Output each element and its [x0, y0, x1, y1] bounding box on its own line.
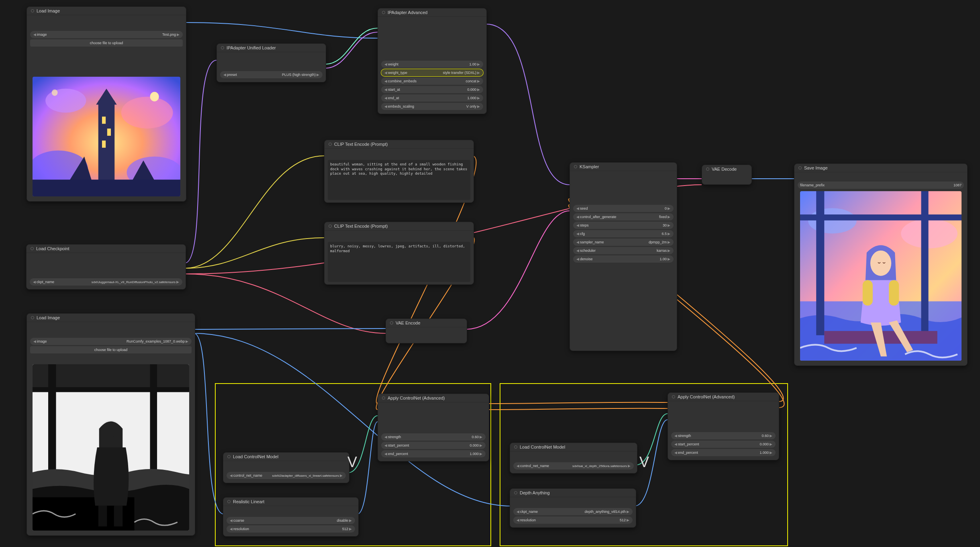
arrow-right-icon[interactable]: ▶ — [476, 104, 481, 108]
widget-strength[interactable]: ◀strength0.60▶ — [671, 432, 776, 439]
widget-embeds-scaling[interactable]: ◀embeds_scalingV only▶ — [381, 103, 483, 110]
node-header[interactable]: Load Checkpoint — [27, 245, 186, 253]
collapse-icon[interactable] — [31, 9, 34, 12]
upload-button[interactable]: choose file to upload — [30, 346, 192, 353]
widget-filename-prefix[interactable]: filename_prefix 1087 — [798, 182, 964, 189]
widget-coarse[interactable]: ◀coarsedisable▶ — [227, 517, 355, 524]
widget-scheduler[interactable]: ◀schedulerkarras▶ — [573, 247, 674, 254]
collapse-icon[interactable] — [221, 46, 224, 49]
arrow-right-icon[interactable]: ▶ — [176, 33, 180, 37]
widget-weight-type[interactable]: ◀weight_typestyle transfer (SDXL)▶ — [381, 69, 483, 76]
widget-end-at[interactable]: ◀end_at1.000▶ — [381, 94, 483, 102]
node-header[interactable]: Load ControlNet Model — [510, 443, 637, 451]
node-clip-positive[interactable]: CLIP Text Encode (Prompt) beautiful woma… — [324, 140, 474, 203]
node-load-image-2[interactable]: Load Image ◀ image RunComfy_examples_108… — [27, 313, 195, 536]
widget-seed[interactable]: ◀seed0▶ — [573, 205, 674, 212]
arrow-right-icon[interactable]: ▶ — [476, 71, 481, 75]
collapse-icon[interactable] — [227, 455, 231, 458]
arrow-left-icon[interactable]: ◀ — [576, 206, 580, 210]
node-header[interactable]: KSampler — [570, 163, 677, 171]
prompt-text[interactable]: blurry, noisy, messy, lowres, jpeg, arti… — [328, 242, 470, 282]
node-header[interactable]: Realistic Lineart — [223, 498, 358, 506]
arrow-right-icon[interactable]: ▶ — [316, 73, 320, 77]
node-load-controlnet-1[interactable]: Load ControlNet Model ◀ control_net_name… — [223, 452, 349, 483]
collapse-icon[interactable] — [227, 500, 231, 503]
collapse-icon[interactable] — [574, 165, 577, 168]
arrow-right-icon[interactable]: ▶ — [769, 442, 773, 446]
collapse-icon[interactable] — [514, 491, 517, 494]
widget-steps[interactable]: ◀steps30▶ — [573, 222, 674, 229]
arrow-right-icon[interactable]: ▶ — [667, 223, 671, 227]
collapse-icon[interactable] — [329, 225, 332, 228]
arrow-left-icon[interactable]: ◀ — [229, 527, 233, 531]
arrow-left-icon[interactable]: ◀ — [576, 215, 580, 219]
node-ipadapter-advanced[interactable]: IPAdapter Advanced ◀weight1.00▶◀weight_t… — [378, 8, 487, 114]
widget-sampler-name[interactable]: ◀sampler_namedpmpp_2m▶ — [573, 239, 674, 246]
widget-weight[interactable]: ◀weight1.00▶ — [381, 61, 483, 68]
arrow-right-icon[interactable]: ▶ — [769, 434, 773, 438]
node-vae-encode[interactable]: VAE Encode — [386, 318, 467, 343]
arrow-left-icon[interactable]: ◀ — [576, 257, 580, 261]
widget-denoise[interactable]: ◀denoise1.00▶ — [573, 255, 674, 263]
arrow-right-icon[interactable]: ▶ — [476, 96, 481, 100]
arrow-right-icon[interactable]: ▶ — [339, 474, 343, 478]
node-load-checkpoint[interactable]: Load Checkpoint ◀ ckpt_name sdxl\Juggern… — [26, 244, 186, 290]
arrow-left-icon[interactable]: ◀ — [384, 62, 388, 66]
arrow-left-icon[interactable]: ◀ — [384, 88, 388, 92]
widget-controlnet-name[interactable]: ◀ control_net_name sdxl\sai_xl_depth_256… — [513, 462, 634, 469]
widget-resolution[interactable]: ◀resolution512▶ — [227, 525, 355, 533]
arrow-left-icon[interactable]: ◀ — [516, 464, 520, 468]
promp的-text[interactable]: beautiful woman, sitting at the end of a… — [328, 160, 470, 200]
node-vae-decode[interactable]: VAE Decode — [702, 165, 752, 185]
arrow-left-icon[interactable]: ◀ — [384, 71, 388, 75]
collapse-icon[interactable] — [672, 395, 675, 398]
upload-button[interactable]: choose file to upload — [30, 39, 183, 47]
node-ksampler[interactable]: KSampler ◀seed0▶◀control_after_generatef… — [570, 162, 677, 351]
widget-image[interactable]: ◀ image RunComfy_examples_1087_0.webp ▶ — [30, 338, 192, 345]
arrow-right-icon[interactable]: ▶ — [185, 339, 189, 343]
arrow-right-icon[interactable]: ▶ — [479, 452, 483, 456]
arrow-right-icon[interactable]: ▶ — [476, 88, 481, 92]
widget-start-percent[interactable]: ◀start_percent0.000▶ — [381, 442, 486, 449]
arrow-right-icon[interactable]: ▶ — [667, 215, 671, 219]
arrow-right-icon[interactable]: ▶ — [479, 435, 483, 439]
node-apply-controlnet-2[interactable]: Apply ControlNet (Advanced) ◀strength0.6… — [668, 392, 779, 460]
node-header[interactable]: Save Image — [794, 164, 967, 172]
widget-combine-embeds[interactable]: ◀combine_embedsconcat▶ — [381, 78, 483, 85]
widget-preset[interactable]: ◀ preset PLUS (high strength) ▶ — [220, 71, 323, 78]
arrow-right-icon[interactable]: ▶ — [667, 240, 671, 244]
arrow-left-icon[interactable]: ◀ — [229, 518, 233, 523]
arrow-right-icon[interactable]: ▶ — [476, 62, 481, 66]
collapse-icon[interactable] — [382, 396, 385, 400]
widget-start-percent[interactable]: ◀start_percent0.000▶ — [671, 441, 776, 448]
arrow-left-icon[interactable]: ◀ — [229, 474, 233, 478]
arrow-right-icon[interactable]: ▶ — [479, 443, 483, 447]
widget-end-percent[interactable]: ◀end_percent1.000▶ — [381, 450, 486, 457]
node-depth-anything[interactable]: Depth Anything ◀ckpt_namedepth_anything_… — [510, 488, 636, 528]
node-clip-negative[interactable]: CLIP Text Encode (Prompt) blurry, noisy,… — [324, 222, 474, 285]
widget-ckpt-name[interactable]: ◀ckpt_namedepth_anything_vitl14.pth▶ — [513, 508, 633, 515]
collapse-icon[interactable] — [798, 166, 802, 169]
arrow-left-icon[interactable]: ◀ — [576, 240, 580, 244]
widget-controlnet-name[interactable]: ◀ control_net_name sdxl\t2iadapter_diffu… — [227, 472, 346, 479]
collapse-icon[interactable] — [329, 143, 332, 146]
collapse-icon[interactable] — [514, 445, 517, 449]
node-header[interactable]: Depth Anything — [510, 489, 636, 497]
node-header[interactable]: VAE Encode — [386, 319, 467, 327]
collapse-icon[interactable] — [31, 316, 34, 319]
widget-resolution[interactable]: ◀resolution512▶ — [513, 516, 633, 524]
arrow-right-icon[interactable]: ▶ — [667, 206, 671, 210]
arrow-left-icon[interactable]: ◀ — [223, 73, 227, 77]
arrow-right-icon[interactable]: ▶ — [348, 527, 353, 531]
arrow-right-icon[interactable]: ▶ — [627, 464, 631, 468]
widget-ckpt-name[interactable]: ◀ ckpt_name sdxl\Juggernaut-XL_v9_RunDif… — [30, 278, 182, 286]
node-header[interactable]: Load ControlNet Model — [223, 453, 349, 461]
node-save-image[interactable]: Save Image filename_prefix 1087 — [794, 163, 968, 366]
arrow-right-icon[interactable]: ▶ — [348, 518, 353, 523]
arrow-left-icon[interactable]: ◀ — [384, 79, 388, 83]
node-ipadapter-unified-loader[interactable]: IPAdapter Unified Loader ◀ preset PLUS (… — [216, 43, 326, 82]
arrow-left-icon[interactable]: ◀ — [576, 232, 580, 236]
collapse-icon[interactable] — [31, 247, 34, 250]
arrow-left-icon[interactable]: ◀ — [32, 280, 37, 284]
arrow-left-icon[interactable]: ◀ — [33, 339, 37, 343]
